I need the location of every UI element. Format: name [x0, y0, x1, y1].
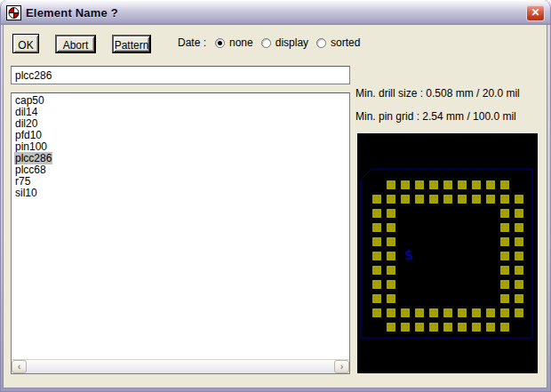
list-item[interactable]: cap50 — [12, 95, 348, 107]
footprint-drawing: $ — [357, 133, 538, 373]
smd-pad — [500, 237, 509, 246]
smd-pad — [372, 280, 381, 289]
smd-pad — [515, 195, 523, 204]
smd-pad — [372, 209, 381, 218]
radio-option-display[interactable]: display — [261, 36, 308, 49]
smd-pad — [372, 308, 381, 317]
smd-pad — [387, 195, 395, 204]
smd-pad — [443, 323, 452, 332]
smd-pad — [387, 308, 395, 317]
smd-pad — [429, 180, 438, 189]
smd-pad — [401, 323, 410, 332]
list-item[interactable]: plcc68 — [12, 164, 348, 176]
list-item[interactable]: sil10 — [12, 188, 348, 199]
smd-pad — [372, 237, 381, 246]
smd-pad — [458, 323, 467, 332]
smd-pad — [515, 294, 523, 303]
pattern-button[interactable]: Pattern — [112, 35, 151, 53]
smd-pad — [515, 237, 523, 246]
smd-pad — [387, 237, 395, 246]
smd-pad — [387, 294, 395, 303]
smd-pad — [500, 223, 509, 232]
smd-pad — [387, 323, 395, 332]
min-drill-size-text: Min. drill size : 0.508 mm / 20.0 mil — [355, 87, 520, 100]
smd-pad — [515, 252, 523, 260]
smd-pad — [500, 280, 509, 289]
list-item[interactable]: dil14 — [12, 107, 348, 118]
list-items: cap50dil14dil20pfd10pin100plcc286plcc68r… — [12, 95, 348, 358]
date-radio-group: Date : nonedisplaysorted — [178, 36, 368, 49]
horizontal-scrollbar[interactable]: ‹ › — [12, 359, 349, 373]
radio-option-sorted[interactable]: sorted — [316, 36, 360, 49]
chevron-right-icon: › — [340, 361, 344, 372]
smd-pad — [415, 308, 424, 317]
ok-button[interactable]: OK — [12, 34, 39, 53]
smd-pad — [500, 308, 509, 317]
radio-label: display — [276, 36, 308, 49]
smd-pad — [429, 195, 438, 204]
smd-pad — [458, 308, 467, 317]
app-icon — [6, 5, 21, 20]
min-pin-grid-text: Min. pin grid : 2.54 mm / 100.0 mil — [355, 110, 516, 123]
smd-pad — [515, 266, 523, 275]
radio-icon[interactable] — [215, 38, 225, 48]
smd-pad — [486, 180, 495, 189]
smd-pad — [458, 180, 467, 189]
smd-pad — [372, 223, 381, 232]
smd-pad — [486, 323, 495, 332]
scroll-left-button[interactable]: ‹ — [12, 360, 27, 373]
close-button[interactable]: ✕ — [526, 4, 545, 21]
smd-pad — [515, 308, 523, 317]
window-title: Element Name ? — [26, 6, 526, 20]
smd-pad — [387, 223, 395, 232]
smd-pad — [500, 266, 509, 275]
scroll-right-button[interactable]: › — [334, 360, 349, 373]
smd-pad — [401, 180, 410, 189]
dialog-client-area: OK Abort Pattern Date : nonedisplaysorte… — [4, 25, 547, 388]
smd-pad — [429, 308, 438, 317]
smd-pad — [429, 323, 438, 332]
smd-pad — [401, 308, 410, 317]
smd-pad — [472, 180, 481, 189]
smd-pad — [415, 323, 424, 332]
radio-label: none — [229, 36, 253, 49]
date-label: Date : — [178, 36, 206, 49]
list-item[interactable]: r75 — [12, 176, 348, 188]
smd-pad — [387, 209, 395, 218]
radio-label: sorted — [331, 36, 360, 49]
smd-pad — [500, 323, 509, 332]
origin-marker: $ — [404, 246, 413, 263]
smd-pad — [372, 252, 381, 260]
list-item[interactable]: pin100 — [12, 141, 348, 153]
smd-pad — [387, 180, 395, 189]
radio-icon[interactable] — [261, 38, 271, 48]
list-item[interactable]: dil20 — [12, 118, 348, 130]
smd-pad — [472, 195, 481, 204]
smd-pad — [387, 266, 395, 275]
smd-pad — [458, 195, 467, 204]
list-item[interactable]: plcc286 — [12, 153, 348, 164]
smd-pad — [515, 223, 523, 232]
smd-pad — [472, 308, 481, 317]
radio-icon[interactable] — [316, 38, 326, 48]
abort-button[interactable]: Abort — [55, 35, 96, 53]
smd-pad — [500, 294, 509, 303]
smd-pad — [415, 180, 424, 189]
titlebar[interactable]: Element Name ? ✕ — [0, 0, 551, 25]
element-list[interactable]: cap50dil14dil20pfd10pin100plcc286plcc68r… — [11, 92, 350, 374]
smd-pad — [387, 280, 395, 289]
smd-pad — [415, 195, 424, 204]
element-name-input[interactable] — [11, 66, 350, 84]
smd-pad — [515, 209, 523, 218]
dialog-window: Element Name ? ✕ OK Abort Pattern Date :… — [0, 0, 551, 392]
footprint-preview: $ — [357, 133, 538, 373]
close-icon: ✕ — [531, 6, 539, 19]
smd-pad — [472, 323, 481, 332]
radio-option-none[interactable]: none — [215, 36, 253, 49]
smd-pad — [372, 294, 381, 303]
smd-pad — [387, 252, 395, 260]
smd-pad — [443, 308, 452, 317]
list-item[interactable]: pfd10 — [12, 130, 348, 141]
smd-pad — [372, 195, 381, 204]
smd-pad — [443, 195, 452, 204]
